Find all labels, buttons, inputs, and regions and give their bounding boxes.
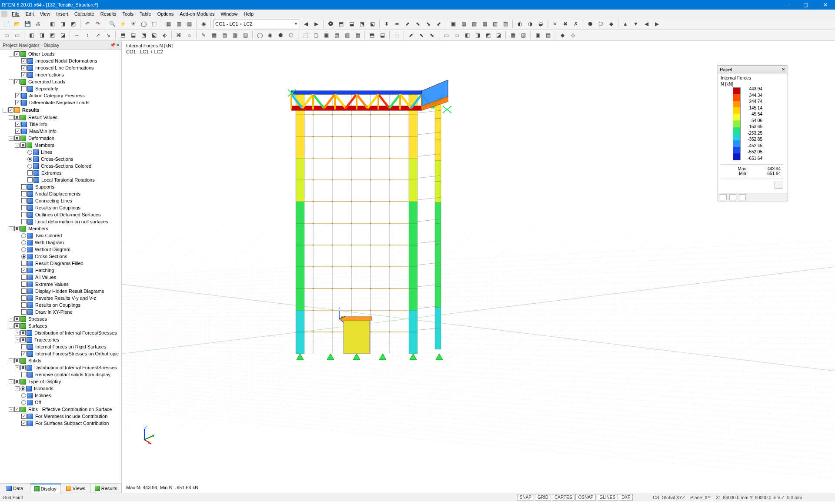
tool-icon[interactable]: ▭ bbox=[452, 30, 461, 40]
grid-button[interactable]: GRID bbox=[535, 494, 551, 501]
menu-help[interactable]: Help bbox=[241, 10, 257, 17]
expand-icon[interactable]: + bbox=[15, 365, 20, 370]
radio[interactable] bbox=[27, 157, 32, 162]
tool-icon[interactable]: ▼ bbox=[631, 19, 641, 29]
tool-icon[interactable]: ◇ bbox=[568, 30, 578, 40]
checkbox[interactable] bbox=[27, 177, 33, 182]
checkbox[interactable] bbox=[21, 282, 27, 287]
tool-icon[interactable]: ✖ bbox=[561, 19, 570, 29]
checkbox[interactable] bbox=[14, 379, 20, 384]
tree-item[interactable]: Connecting Lines bbox=[0, 197, 121, 204]
expand-icon[interactable]: - bbox=[9, 226, 13, 231]
radio[interactable] bbox=[21, 254, 26, 259]
tool-icon[interactable]: ⬢ bbox=[585, 19, 595, 29]
checkbox[interactable]: ✓ bbox=[21, 421, 27, 426]
tool-icon[interactable]: ◀ bbox=[641, 19, 651, 29]
panel-foot-btn[interactable] bbox=[739, 194, 746, 200]
tree-item[interactable]: -✓Ribs - Effective Contribution on Surfa… bbox=[0, 406, 121, 413]
tool-icon[interactable]: ⬕ bbox=[367, 19, 377, 29]
snap-button[interactable]: SNAP bbox=[517, 494, 534, 501]
tree-item[interactable]: ✓Action Category Prestress bbox=[0, 92, 121, 99]
tree-item[interactable]: ✓Hatching bbox=[0, 267, 121, 274]
tool-icon[interactable]: ⬉ bbox=[413, 19, 423, 29]
tool-icon[interactable]: ◒ bbox=[536, 19, 545, 29]
checkbox[interactable]: ✓ bbox=[21, 351, 27, 356]
checkbox[interactable] bbox=[21, 198, 27, 203]
minimize-button[interactable]: ─ bbox=[776, 0, 796, 10]
tool-icon[interactable]: ▭ bbox=[2, 30, 11, 40]
tool-icon[interactable]: ▤ bbox=[220, 30, 229, 40]
expand-icon[interactable]: - bbox=[3, 108, 7, 113]
tree-item[interactable]: -Surfaces bbox=[0, 322, 121, 329]
new-icon[interactable]: 📄 bbox=[2, 19, 11, 29]
checkbox[interactable]: ✓ bbox=[14, 407, 20, 412]
checkbox[interactable]: ✓ bbox=[21, 72, 27, 77]
tool-icon[interactable]: 🞉 bbox=[326, 19, 335, 29]
maximize-button[interactable]: ▢ bbox=[796, 0, 815, 10]
tree-item[interactable]: Extremes bbox=[0, 169, 121, 176]
checkbox[interactable]: ✓ bbox=[8, 107, 13, 113]
tool-icon[interactable]: ▤ bbox=[332, 30, 341, 40]
tool-icon[interactable]: ▤ bbox=[459, 19, 468, 29]
tree-item[interactable]: With Diagram bbox=[0, 239, 121, 246]
checkbox[interactable] bbox=[14, 136, 20, 141]
tree-item[interactable]: Local Torsional Rotations bbox=[0, 176, 121, 183]
tree-item[interactable]: ✓Internal Forces/Stresses on Orthotropic bbox=[0, 350, 121, 357]
checkbox[interactable] bbox=[21, 86, 27, 91]
tool-icon[interactable]: ☀ bbox=[128, 19, 138, 29]
navigator-tree[interactable]: -✓Other Loads✓Imposed Nodal Deformations… bbox=[0, 50, 121, 483]
menu-insert[interactable]: Insert bbox=[53, 10, 71, 17]
checkbox[interactable] bbox=[14, 115, 20, 120]
tree-item[interactable]: +Isobands bbox=[0, 385, 121, 392]
tool-icon[interactable]: ▭ bbox=[441, 30, 451, 40]
tool-icon[interactable]: ⬚ bbox=[301, 30, 310, 40]
tool-icon[interactable]: ◻ bbox=[392, 30, 401, 40]
tool-icon[interactable]: ◩ bbox=[68, 19, 78, 29]
tool-icon[interactable]: ⬔ bbox=[139, 30, 148, 40]
tree-item[interactable]: +Result Values bbox=[0, 114, 121, 121]
tool-icon[interactable]: ▧ bbox=[490, 19, 500, 29]
tool-icon[interactable]: ▧ bbox=[240, 30, 250, 40]
zoom-icon[interactable]: 🔍 bbox=[107, 19, 117, 29]
checkbox[interactable] bbox=[20, 143, 26, 148]
checkbox[interactable] bbox=[21, 344, 27, 349]
close-button[interactable]: ✕ bbox=[815, 0, 835, 10]
checkbox[interactable] bbox=[20, 365, 26, 370]
tree-item[interactable]: ✓For Members Include Contribution bbox=[0, 413, 121, 420]
tree-item[interactable]: +Trajectories bbox=[0, 336, 121, 343]
tool-icon[interactable]: ◧ bbox=[27, 30, 36, 40]
tool-icon[interactable]: ▦ bbox=[508, 30, 518, 40]
checkbox[interactable]: ✓ bbox=[15, 122, 20, 127]
tree-item[interactable]: ✓Imperfections bbox=[0, 71, 121, 78]
tool-icon[interactable]: ◉ bbox=[265, 30, 275, 40]
expand-icon[interactable]: + bbox=[15, 338, 20, 342]
checkbox[interactable] bbox=[20, 337, 26, 342]
pin-icon[interactable]: 📌 bbox=[110, 43, 115, 47]
tree-item[interactable]: Lines bbox=[0, 149, 121, 156]
panel-close-icon[interactable]: ✕ bbox=[782, 67, 785, 72]
tool-icon[interactable]: ⬊ bbox=[427, 30, 437, 40]
tool-icon[interactable]: ◯ bbox=[255, 30, 264, 40]
tree-item[interactable]: +Distribution of Internal Forces/Stresse… bbox=[0, 329, 121, 336]
tree-item[interactable]: Outlines of Deformed Surfaces bbox=[0, 211, 121, 218]
save-icon[interactable]: 💾 bbox=[23, 19, 32, 29]
tool-icon[interactable]: ◆ bbox=[558, 30, 567, 40]
next-icon[interactable]: ▶ bbox=[311, 19, 321, 29]
menu-options[interactable]: Options bbox=[154, 10, 177, 17]
tool-icon[interactable]: ▦ bbox=[353, 30, 362, 40]
tree-item[interactable]: Results on Couplings bbox=[0, 302, 121, 308]
tool-icon[interactable]: ⬚ bbox=[149, 19, 159, 29]
tool-icon[interactable]: ◐ bbox=[515, 19, 524, 29]
checkbox[interactable] bbox=[21, 309, 27, 315]
checkbox[interactable] bbox=[14, 226, 20, 231]
tool-icon[interactable]: ⬢ bbox=[276, 30, 285, 40]
tool-icon[interactable]: ✕ bbox=[550, 19, 560, 29]
tree-item[interactable]: -✓Other Loads bbox=[0, 50, 121, 57]
tool-icon[interactable]: ▣ bbox=[533, 30, 542, 40]
tool-icon[interactable]: ⚡ bbox=[118, 19, 127, 29]
tool-icon[interactable]: ↕ bbox=[83, 30, 92, 40]
tool-icon[interactable]: ◧ bbox=[462, 30, 472, 40]
checkbox[interactable] bbox=[21, 184, 27, 189]
tree-item[interactable]: ✓Max/Min Info bbox=[0, 128, 121, 135]
tree-item[interactable]: -Members bbox=[0, 142, 121, 149]
